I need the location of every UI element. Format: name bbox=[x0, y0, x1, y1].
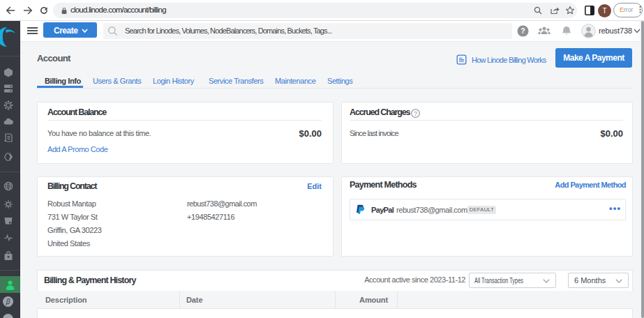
svg-text:?: ? bbox=[521, 26, 525, 35]
svg-text:?: ? bbox=[414, 110, 417, 117]
